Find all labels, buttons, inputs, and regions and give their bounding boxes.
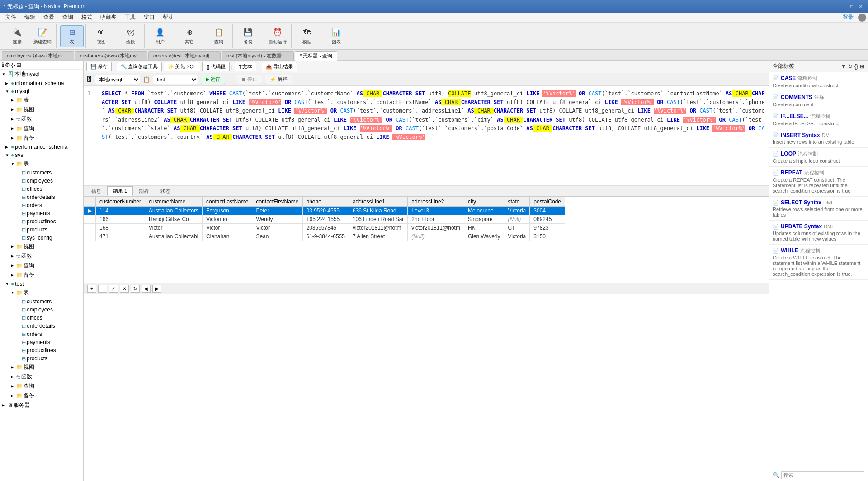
cell-postalCode[interactable]: 3004 <box>530 207 565 215</box>
snippet-comments[interactable]: 📄 COMMENTS 注释 Create a comment <box>769 91 868 110</box>
maximize-btn[interactable]: □ <box>848 3 855 10</box>
table-row[interactable]: 166Handji Gifts& CoVictorinoWendy+65 224… <box>84 215 565 224</box>
menu-format[interactable]: 格式 <box>78 13 96 22</box>
tab-customers[interactable]: customers @sys (本地mysql) - 表 <box>75 51 147 60</box>
sidebar-item-mysql[interactable]: ▼ ● mysql <box>0 87 83 95</box>
cell-customerName[interactable]: Victor <box>145 224 203 232</box>
sidebar-item-sys-queries[interactable]: ▶ 📁 查询 <box>0 261 83 270</box>
sidebar-item-test-products[interactable]: ⊞ products <box>0 354 83 363</box>
delete-row-btn[interactable]: - <box>98 285 107 293</box>
col-header-addressline2[interactable]: addressLine2 <box>408 197 464 207</box>
db-selector[interactable]: 本地mysql <box>95 75 140 84</box>
stop-button[interactable]: ⏹ 停止 <box>236 75 262 84</box>
sidebar-item-sys-funcs[interactable]: ▶ fx 函数 <box>0 251 83 261</box>
tab-employees[interactable]: employees @sys (本地mysql) - 表 <box>2 51 74 60</box>
col-header-state[interactable]: state <box>504 197 530 207</box>
cell-addressLine2[interactable]: 2nd Floor <box>408 215 464 224</box>
query-builder-button[interactable]: 🔧 查询创建工具 <box>117 62 162 71</box>
table-row[interactable]: 471Australian CollectablClenahanSean61-9… <box>84 232 565 241</box>
sidebar-info-icon[interactable]: ℹ <box>2 61 4 68</box>
model-button[interactable]: 🗺 模型 <box>295 25 319 47</box>
cell-customerNumber[interactable]: 168 <box>96 224 145 232</box>
close-btn[interactable]: ✕ <box>857 3 864 10</box>
tick-btn[interactable]: ✓ <box>109 285 118 293</box>
explain-button[interactable]: ⚡ 解释 <box>265 75 292 84</box>
sidebar-item-sys-customers[interactable]: ⊞ customers <box>0 169 83 177</box>
scroll-left-btn[interactable]: ◀ <box>142 285 151 293</box>
function-button[interactable]: f(x) 函数 <box>119 25 142 47</box>
text-button[interactable]: T 文本 <box>235 62 257 71</box>
snippet-ifelse[interactable]: 📄 IF...ELSE... 流程控制 Create a IF...ELSE..… <box>769 110 868 129</box>
other-button[interactable]: ⊕ 其它 <box>178 25 201 47</box>
sidebar-item-test-queries[interactable]: ▶ 📁 查询 <box>0 382 83 391</box>
cell-phone[interactable]: +65 224 1555 <box>302 215 349 224</box>
tab-test-find[interactable]: test (本地mysql) - 在数据库中查找 <box>222 51 294 60</box>
menu-favorites[interactable]: 收藏夹 <box>97 13 120 22</box>
sidebar-settings-icon[interactable]: ⚙ <box>5 61 10 68</box>
sidebar-item-mysql-tables[interactable]: ▶ 📁 表 <box>0 95 83 105</box>
tab-orders[interactable]: orders @test (本地mysql) - 表 <box>148 51 221 60</box>
snippet-while[interactable]: 📄 WHILE 流程控制 Create a WHILE construct. T… <box>769 245 868 280</box>
sidebar-item-test-customers[interactable]: ⊞ customers <box>0 297 83 306</box>
schema-selector[interactable]: test <box>153 75 198 84</box>
cell-contactLastName[interactable]: Clenahan <box>203 232 252 241</box>
cell-contactFirstName[interactable]: Wendy <box>252 215 302 224</box>
snippet-repeat[interactable]: 📄 REPEAT 流程控制 Create a REPEAT construct.… <box>769 167 868 197</box>
sidebar-item-mysql-funcs[interactable]: ▶ fx 函数 <box>0 114 83 124</box>
cell-customerName[interactable]: Australian Collectors <box>145 207 203 215</box>
cell-contactFirstName[interactable]: Peter <box>252 207 302 215</box>
cell-customerNumber[interactable]: 166 <box>96 215 145 224</box>
menu-window[interactable]: 窗口 <box>140 13 158 22</box>
menu-tools[interactable]: 工具 <box>121 13 139 22</box>
cell-contactLastName[interactable]: Victor <box>203 224 252 232</box>
sidebar-item-test-productlines[interactable]: ⊞ productlines <box>0 346 83 354</box>
col-header-contactlastname[interactable]: contactLastName <box>203 197 252 207</box>
cell-city[interactable]: Melbourne <box>464 207 504 215</box>
menu-query[interactable]: 查询 <box>59 13 77 22</box>
sidebar-item-sys-orders[interactable]: ⊞ orders <box>0 201 83 209</box>
sidebar-item-test-tables-folder[interactable]: ▼ 📁 表 <box>0 288 83 297</box>
sidebar-item-mysql-backup[interactable]: ▶ 📁 备份 <box>0 133 83 143</box>
connect-button[interactable]: 🔌 连接 <box>5 25 29 47</box>
sidebar-item-test-backup[interactable]: ▶ 📁 备份 <box>0 391 83 401</box>
col-header-phone[interactable]: phone <box>302 197 349 207</box>
snippet-case[interactable]: 📄 CASE 流程控制 Create a conditional constru… <box>769 72 868 91</box>
sidebar-item-sys[interactable]: ▼ ● sys <box>0 151 83 159</box>
sidebar-item-local-mysql[interactable]: ▼ 🗄 本地mysql <box>0 70 83 79</box>
snippet-select[interactable]: 📄 SELECT Syntax DML Retrieve rows select… <box>769 197 868 221</box>
add-row-btn[interactable]: + <box>87 285 96 293</box>
user-button[interactable]: 👤 用户 <box>148 25 172 47</box>
sidebar-item-test-employees[interactable]: ⊞ employees <box>0 306 83 314</box>
table-button[interactable]: ⊞ 表 <box>60 25 84 47</box>
sidebar-item-sys-offices[interactable]: ⊞ offices <box>0 185 83 193</box>
new-query-button[interactable]: 📝 新建查询 <box>31 25 54 47</box>
query-button[interactable]: 📋 查询 <box>207 25 231 47</box>
sidebar-table-icon[interactable]: ⊞ <box>16 61 21 68</box>
snippet-update[interactable]: 📄 UPDATE Syntax DML Updates columns of e… <box>769 221 868 245</box>
run-button[interactable]: ▶ 运行 <box>201 75 225 84</box>
cell-addressLine1[interactable]: 7 Allen Street <box>349 232 407 241</box>
sql-code-line1[interactable]: SELECT * FROM `test`.`customers` WHERE C… <box>102 90 765 141</box>
col-header-contactfirstname[interactable]: contactFirstName <box>252 197 302 207</box>
cell-city[interactable]: Glen Waverly <box>464 232 504 241</box>
tab-info[interactable]: 信息 <box>85 187 107 196</box>
sidebar-item-test[interactable]: ▼ ● test <box>0 280 83 288</box>
snippets-filter-icon[interactable]: ▼ <box>841 63 846 70</box>
cell-state[interactable]: Victoria <box>504 207 530 215</box>
cell-phone[interactable]: 2035557845 <box>302 224 349 232</box>
col-header-customername[interactable]: customerName <box>145 197 203 207</box>
cancel-edit-btn[interactable]: ✕ <box>120 285 129 293</box>
cell-customerNumber[interactable]: 114 <box>96 207 145 215</box>
cell-state[interactable]: CT <box>504 224 530 232</box>
cell-contactFirstName[interactable]: Sean <box>252 232 302 241</box>
sidebar-item-test-payments[interactable]: ⊞ payments <box>0 338 83 346</box>
table-row[interactable]: ▶114Australian CollectorsFergusonPeter03… <box>84 207 565 215</box>
snippets-grid-icon[interactable]: ⊞ <box>860 63 864 70</box>
col-header-city[interactable]: city <box>464 197 504 207</box>
col-header-postalcode[interactable]: postalCode <box>530 197 565 207</box>
sidebar-code-icon[interactable]: {} <box>11 61 15 68</box>
menu-help[interactable]: 帮助 <box>159 13 177 22</box>
sidebar-item-mysql-views[interactable]: ▶ 📁 视图 <box>0 105 83 114</box>
cell-postalCode[interactable]: 97823 <box>530 224 565 232</box>
tab-profiling[interactable]: 剖析 <box>133 187 155 196</box>
